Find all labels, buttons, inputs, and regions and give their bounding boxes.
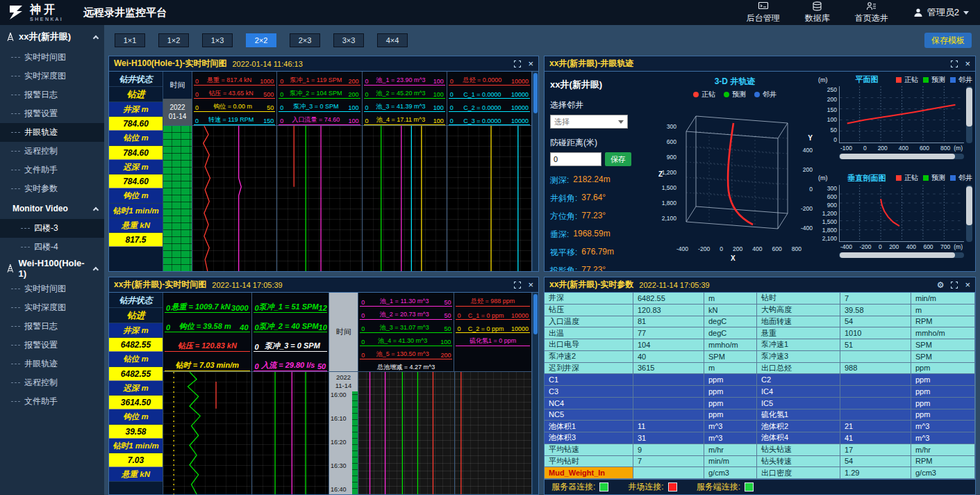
curve-label[interactable]: 0 转速 = 119 RPM 150: [194, 112, 275, 125]
section-horizontal-scrollbar[interactable]: [839, 252, 964, 258]
sidebar-group-well2[interactable]: Wei-H100(Hole-1): [0, 257, 104, 279]
legend-item: 邻井: [754, 90, 776, 99]
curve-label[interactable]: 0 C_2 = 0.0000 10000: [449, 99, 530, 112]
curve-label[interactable]: 0 悬重 = 817.4 kN 1000: [194, 72, 275, 86]
curve-label[interactable]: 0 池_4 = 41.30 m^3 100: [360, 333, 452, 346]
sidebar-item[interactable]: 实时深度图: [0, 67, 104, 86]
section-vertical-scrollbar[interactable]: [966, 185, 972, 242]
curve-label[interactable]: 0 C_1 = 0.0000 10000: [449, 86, 530, 99]
sidebar-item[interactable]: 文件助手: [0, 392, 104, 411]
curve-label[interactable]: 0 池_4 = 17.11 m^3 100: [364, 112, 445, 125]
curve-label[interactable]: 0 泵冲_2 = 40 SPM 100: [254, 313, 328, 332]
curve-label[interactable]: 硫化氢1 = 0 ppm: [456, 333, 530, 346]
curve-label[interactable]: 0 入流 = 29.80 l/s 50: [254, 352, 328, 371]
user-menu[interactable]: 管理员2: [913, 6, 969, 19]
sidebar-item[interactable]: 远程控制: [0, 373, 104, 392]
curve-label[interactable]: 总池增减 = 4.27 m^3: [360, 359, 452, 373]
curve-label[interactable]: 0 池_3 = 41.39 m^3 100: [364, 99, 445, 112]
sidebar-item[interactable]: 井眼轨迹: [0, 355, 104, 373]
curve-label[interactable]: 0 池_2 = 45.20 m^3 100: [364, 86, 445, 99]
expand-icon[interactable]: [514, 282, 521, 289]
chart-track-4[interactable]: [447, 126, 532, 271]
curve-label[interactable]: 0 泵冲_3 = 0 SPM 100: [279, 99, 360, 112]
chart-track-3[interactable]: [363, 126, 447, 271]
curve-label[interactable]: 0 C_3 = 0.0000 10000: [449, 112, 530, 125]
scrollbar-thumb[interactable]: [533, 294, 538, 334]
sidebar-group-monitor-video[interactable]: Monitor Video: [0, 198, 104, 219]
sidebar-group-well1[interactable]: xx井(新井眼): [0, 25, 104, 48]
curve-label[interactable]: 0 池_5 = 130.50 m^3 200: [360, 346, 452, 359]
curve-label[interactable]: 0 总烃 = 0.0000 10000: [449, 72, 530, 86]
curve-label[interactable]: 0 钩位 = 0.00 m 50: [194, 99, 275, 112]
expand-icon[interactable]: [514, 60, 521, 67]
close-icon[interactable]: [528, 280, 533, 289]
plan-plot-area[interactable]: [839, 86, 964, 143]
curve-label[interactable]: 0 C_1 = 0 ppm 10000: [456, 307, 530, 320]
layout-button[interactable]: 2×3: [290, 33, 320, 47]
param-label: C3: [545, 386, 633, 397]
sidebar-item[interactable]: 报警日志: [0, 86, 104, 104]
chart-track-C[interactable]: [358, 372, 455, 494]
save-button[interactable]: 保存: [605, 152, 631, 166]
neighbor-well-select[interactable]: 选择: [550, 115, 628, 129]
curve-label[interactable]: 0 泵冲_3 = 0 SPM: [254, 332, 328, 352]
curve-label[interactable]: 0 C_2 = 0 ppm 10000: [456, 320, 530, 333]
curve-label[interactable]: 0 悬重 = 1009.7 kN 3000: [165, 293, 250, 313]
nav-home-well-select[interactable]: 首页选井: [855, 1, 888, 24]
sidebar-item[interactable]: 报警设置: [0, 104, 104, 123]
nav-database[interactable]: 数据库: [805, 1, 830, 24]
curve-label[interactable]: 总烃 = 988 ppm: [456, 293, 530, 307]
chart-track-1[interactable]: [192, 126, 277, 271]
curve-label[interactable]: 0 入口流量 = 74.60 100: [279, 112, 360, 125]
close-icon[interactable]: [965, 59, 970, 68]
sidebar-item[interactable]: 实时时间图: [0, 48, 104, 67]
y-axis-ticks: 4002000-200-400: [801, 147, 813, 232]
plan-horizontal-scrollbar[interactable]: [839, 154, 964, 159]
sidebar-item[interactable]: 远程控制: [0, 142, 104, 161]
curve-label[interactable]: 钻时 = 7.03 min/m: [165, 352, 250, 371]
sidebar-item[interactable]: 井眼轨迹: [0, 123, 104, 142]
layout-button[interactable]: 1×3: [202, 33, 233, 47]
chart-track-2[interactable]: [277, 126, 362, 271]
layout-button[interactable]: 1×1: [115, 33, 145, 47]
layout-button[interactable]: 4×4: [377, 33, 408, 47]
vertical-scrollbar[interactable]: [532, 293, 538, 494]
chart-track-A[interactable]: [163, 372, 252, 494]
sidebar-item[interactable]: 报警设置: [0, 336, 104, 355]
plan-vertical-scrollbar[interactable]: [966, 86, 972, 143]
sidebar-item[interactable]: 文件助手: [0, 161, 104, 179]
curve-label[interactable]: 0 泵冲_1 = 119 SPM 200: [279, 72, 360, 86]
anticollision-distance-input[interactable]: [550, 152, 601, 166]
chart-track-B[interactable]: [252, 372, 329, 494]
layout-button[interactable]: 2×2: [246, 33, 276, 47]
expand-icon[interactable]: [951, 60, 958, 67]
curve-label[interactable]: 钻压 = 120.83 kN: [165, 332, 250, 352]
nav-backend-management[interactable]: 后台管理: [747, 1, 780, 24]
sidebar-item[interactable]: 报警日志: [0, 317, 104, 336]
chart-track-D[interactable]: [455, 372, 532, 494]
close-icon[interactable]: [965, 280, 970, 289]
curve-label[interactable]: 0 泵冲_1 = 51 SPM 120: [254, 293, 328, 313]
curve-label[interactable]: 0 钻压 = 43.65 kN 500: [194, 86, 275, 99]
expand-icon[interactable]: [951, 282, 958, 289]
layout-button[interactable]: 3×3: [333, 33, 364, 47]
section-plot-area[interactable]: [839, 185, 964, 242]
curve-label[interactable]: 0 池_2 = 20.73 m^3 50: [360, 307, 452, 320]
vertical-scrollbar[interactable]: [532, 72, 538, 271]
layout-button[interactable]: 1×2: [158, 33, 189, 47]
sidebar-item[interactable]: 实时深度图: [0, 298, 104, 317]
param-label: 泵冲速2: [545, 351, 633, 362]
sidebar-item[interactable]: 实时时间图: [0, 279, 104, 298]
curve-label[interactable]: 0 泵冲_2 = 104 SPM 200: [279, 86, 360, 99]
close-icon[interactable]: [528, 59, 533, 68]
sidebar-item-camera[interactable]: 四楼-3: [0, 219, 104, 238]
scrollbar-thumb[interactable]: [533, 73, 538, 113]
settings-gear-icon[interactable]: [937, 281, 945, 289]
curve-label[interactable]: 0 池_1 = 23.90 m^3 100: [364, 72, 445, 86]
save-template-button[interactable]: 保存模板: [924, 33, 972, 48]
curve-label[interactable]: 0 池_1 = 11.30 m^3 50: [360, 293, 452, 307]
sidebar-item[interactable]: 实时参数: [0, 179, 104, 198]
curve-label[interactable]: 0 池_3 = 31.07 m^3 50: [360, 320, 452, 333]
curve-label[interactable]: 0 钩位 = 39.58 m 40: [165, 313, 250, 332]
sidebar-item-camera[interactable]: 四楼-4: [0, 238, 104, 257]
